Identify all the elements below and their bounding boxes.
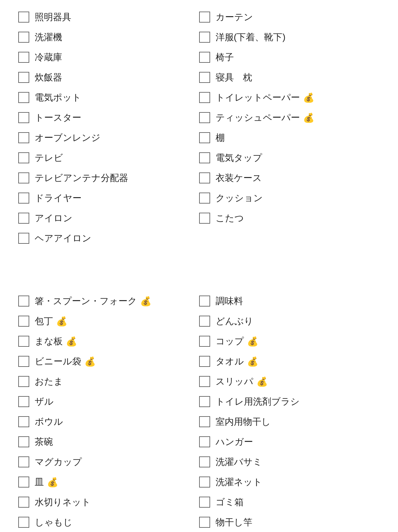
list-item[interactable]: ボウル [18, 414, 199, 430]
list-item[interactable]: 室内用物干し [199, 414, 380, 430]
checkbox[interactable] [199, 336, 210, 347]
checkbox[interactable] [18, 52, 29, 63]
checkbox[interactable] [18, 356, 29, 367]
list-item[interactable]: こたつ [199, 210, 380, 226]
checkbox[interactable] [199, 517, 210, 528]
list-item[interactable]: どんぶり [199, 313, 380, 329]
list-item[interactable]: テレビ [18, 150, 199, 166]
checkbox[interactable] [18, 12, 29, 23]
list-item[interactable]: 棚 [199, 130, 380, 146]
item-label: アイロン [35, 212, 72, 225]
checkbox[interactable] [18, 92, 29, 103]
checkbox[interactable] [199, 193, 210, 204]
list-item[interactable]: 電気タップ [199, 150, 380, 166]
checkbox[interactable] [199, 213, 210, 224]
list-item[interactable]: 照明器具 [18, 9, 199, 25]
checkbox[interactable] [199, 172, 210, 183]
checkbox[interactable] [199, 32, 210, 43]
list-item[interactable]: スリッパ💰 [199, 374, 380, 389]
checkbox[interactable] [199, 132, 210, 143]
checkbox[interactable] [18, 296, 29, 307]
list-item[interactable]: コップ💰 [199, 333, 380, 349]
checkbox[interactable] [199, 477, 210, 488]
checkbox[interactable] [18, 72, 29, 83]
checkbox[interactable] [18, 172, 29, 183]
checkbox[interactable] [18, 193, 29, 204]
checkbox[interactable] [199, 497, 210, 508]
checkbox[interactable] [18, 436, 29, 447]
list-item[interactable]: トースター [18, 110, 199, 126]
checkbox[interactable] [18, 32, 29, 43]
checkbox[interactable] [18, 396, 29, 407]
list-item[interactable]: 衣装ケース [199, 170, 380, 186]
list-item[interactable]: 寝具 枕 [199, 69, 380, 85]
checkbox[interactable] [18, 316, 29, 327]
list-item[interactable]: まな板💰 [18, 333, 199, 349]
checkbox[interactable] [18, 112, 29, 123]
checkbox[interactable] [199, 436, 210, 447]
list-item[interactable]: 調味料 [199, 293, 380, 309]
list-item[interactable]: テレビアンテナ分配器 [18, 170, 199, 186]
checkbox[interactable] [199, 112, 210, 123]
list-item[interactable]: ドライヤー [18, 190, 199, 206]
item-label: テレビ [35, 152, 63, 164]
list-item[interactable]: オーブンレンジ [18, 130, 199, 146]
checkbox[interactable] [18, 132, 29, 143]
list-item[interactable]: マグカップ [18, 454, 199, 470]
list-item[interactable]: 炊飯器 [18, 69, 199, 85]
list-item[interactable]: 椅子 [199, 49, 380, 65]
checkbox[interactable] [199, 396, 210, 407]
list-item[interactable]: 洋服(下着、靴下) [199, 29, 380, 45]
checkbox[interactable] [18, 416, 29, 427]
checkbox[interactable] [199, 72, 210, 83]
list-item[interactable]: ザル [18, 394, 199, 410]
checkbox[interactable] [199, 376, 210, 387]
checkbox[interactable] [199, 12, 210, 23]
checkbox[interactable] [199, 356, 210, 367]
checkbox[interactable] [18, 456, 29, 467]
checkbox[interactable] [199, 416, 210, 427]
list-item[interactable]: 洗濯ネット [199, 474, 380, 490]
checkbox[interactable] [199, 52, 210, 63]
list-item[interactable]: 電気ポット [18, 90, 199, 105]
checkbox[interactable] [18, 152, 29, 163]
list-item[interactable]: タオル💰 [199, 353, 380, 369]
list-item[interactable]: おたま [18, 374, 199, 389]
list-item[interactable]: 洗濯バサミ [199, 454, 380, 470]
checkbox[interactable] [18, 213, 29, 224]
list-item[interactable]: ビニール袋💰 [18, 353, 199, 369]
list-item[interactable]: トイレットペーパー💰 [199, 90, 380, 105]
checkbox[interactable] [18, 336, 29, 347]
list-item[interactable]: トイレ用洗剤ブラシ [199, 394, 380, 410]
checkbox[interactable] [199, 456, 210, 467]
list-item[interactable]: 皿💰 [18, 474, 199, 490]
checkbox[interactable] [18, 517, 29, 528]
item-label: 洗濯ネット [216, 476, 262, 488]
list-item[interactable]: アイロン [18, 210, 199, 226]
section2: 箸・スプーン・フォーク💰包丁💰まな板💰ビニール袋💰おたまザルボウル茶碗マグカップ… [18, 293, 380, 532]
list-item[interactable]: 箸・スプーン・フォーク💰 [18, 293, 199, 309]
item-label: 水切りネット [35, 496, 91, 509]
list-item[interactable]: ヘアアイロン [18, 230, 199, 246]
list-item[interactable]: ゴミ箱 [199, 494, 380, 510]
checkbox[interactable] [199, 152, 210, 163]
list-item[interactable]: しゃもじ [18, 514, 199, 530]
checkbox[interactable] [18, 376, 29, 387]
list-item[interactable]: ハンガー [199, 434, 380, 450]
checkbox[interactable] [18, 477, 29, 488]
list-item[interactable]: カーテン [199, 9, 380, 25]
list-item[interactable]: 水切りネット [18, 494, 199, 510]
list-item[interactable]: 物干し竿 [199, 514, 380, 530]
list-item[interactable]: 茶碗 [18, 434, 199, 450]
list-item[interactable]: 包丁💰 [18, 313, 199, 329]
checkbox[interactable] [199, 92, 210, 103]
list-item[interactable]: ティッシュペーパー💰 [199, 110, 380, 126]
checkbox[interactable] [199, 316, 210, 327]
list-item[interactable]: 冷蔵庫 [18, 49, 199, 65]
checkbox[interactable] [18, 233, 29, 244]
checkbox[interactable] [199, 296, 210, 307]
item-label: 包丁💰 [35, 315, 67, 328]
list-item[interactable]: 洗濯機 [18, 29, 199, 45]
list-item[interactable]: クッション [199, 190, 380, 206]
checkbox[interactable] [18, 497, 29, 508]
